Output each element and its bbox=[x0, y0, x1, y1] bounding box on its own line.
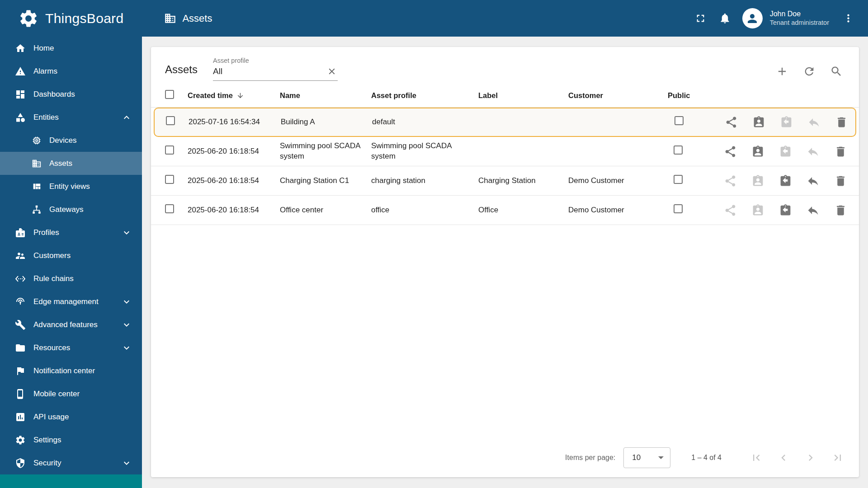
more-menu-button[interactable] bbox=[837, 8, 859, 29]
thingsboard-gear-logo-icon bbox=[18, 8, 39, 29]
card-title: Assets bbox=[165, 57, 198, 76]
public-checkbox[interactable] bbox=[675, 116, 684, 125]
filter-value[interactable]: All bbox=[213, 66, 222, 76]
make-private-button[interactable] bbox=[807, 174, 820, 188]
sidebar-item-security[interactable]: Security bbox=[0, 451, 142, 474]
sidebar-item-alarms[interactable]: Alarms bbox=[0, 60, 142, 83]
user-avatar[interactable] bbox=[742, 8, 763, 28]
delete-asset-button[interactable] bbox=[834, 174, 847, 188]
sidebar-item-label: Mobile center bbox=[33, 389, 80, 399]
trash-icon bbox=[834, 174, 847, 188]
search-button[interactable] bbox=[826, 61, 847, 82]
app-logo[interactable]: ThingsBoard bbox=[18, 8, 123, 29]
sidebar-item-edge-management[interactable]: Edge management bbox=[0, 290, 142, 313]
assign-to-customer-button bbox=[751, 204, 764, 217]
table-row[interactable]: 2025-06-20 16:18:54 Office center office… bbox=[151, 196, 859, 225]
sidebar-item-gateways[interactable]: Gateways bbox=[0, 198, 142, 221]
dashboards-icon bbox=[15, 89, 26, 100]
delete-asset-button[interactable] bbox=[834, 204, 847, 217]
column-name[interactable]: Name bbox=[280, 90, 371, 100]
delete-asset-button[interactable] bbox=[835, 116, 848, 129]
row-checkbox[interactable] bbox=[165, 175, 174, 184]
sidebar-item-label: Assets bbox=[49, 159, 72, 168]
gateways-icon bbox=[32, 205, 42, 215]
sidebar-item-label: Home bbox=[33, 44, 54, 53]
row-checkbox[interactable] bbox=[165, 145, 174, 155]
make-private-button[interactable] bbox=[807, 204, 820, 217]
sidebar-item-rule-chains[interactable]: Rule chains bbox=[0, 267, 142, 290]
delete-asset-button[interactable] bbox=[834, 145, 847, 158]
assignment-return-icon bbox=[780, 116, 793, 129]
user-role: Tenant administrator bbox=[770, 19, 829, 27]
make-public-button[interactable] bbox=[725, 116, 738, 129]
app-name: ThingsBoard bbox=[45, 11, 123, 26]
row-checkbox[interactable] bbox=[165, 204, 174, 213]
sidebar-item-assets[interactable]: Assets bbox=[0, 152, 142, 175]
assign-customer-icon bbox=[751, 174, 764, 188]
column-created-time[interactable]: Created time bbox=[188, 90, 280, 100]
column-asset-profile[interactable]: Asset profile bbox=[371, 90, 478, 100]
sidebar-item-mobile-center[interactable]: Mobile center bbox=[0, 382, 142, 405]
undo-arrow-icon bbox=[807, 116, 821, 129]
make-public-button bbox=[724, 174, 737, 188]
sidebar-item-label: Entities bbox=[33, 113, 59, 122]
unassign-from-customer-button[interactable] bbox=[779, 174, 792, 188]
fullscreen-button[interactable] bbox=[690, 8, 712, 29]
cell-name: Building A bbox=[281, 117, 372, 127]
sidebar-item-dashboards[interactable]: Dashboards bbox=[0, 83, 142, 106]
column-label: Created time bbox=[188, 90, 233, 100]
sidebar-item-entity-views[interactable]: Entity views bbox=[0, 175, 142, 198]
paginator: Items per page: 10 1 – 4 of 4 bbox=[151, 438, 859, 477]
select-all-checkbox[interactable] bbox=[165, 90, 174, 99]
page-size-select[interactable]: 10 bbox=[623, 447, 670, 468]
column-customer[interactable]: Customer bbox=[568, 90, 668, 100]
asset-profile-filter[interactable]: Asset profile All bbox=[213, 57, 338, 81]
sidebar-item-notification-center[interactable]: Notification center bbox=[0, 359, 142, 382]
sidebar-item-entities[interactable]: Entities bbox=[0, 106, 142, 129]
share-icon bbox=[724, 204, 737, 217]
notifications-button[interactable] bbox=[714, 8, 736, 29]
sidebar-item-label: Dashboards bbox=[33, 90, 75, 99]
sidebar-item-profiles[interactable]: Profiles bbox=[0, 221, 142, 244]
api-usage-icon bbox=[15, 412, 26, 422]
table-row[interactable]: 2025-07-16 16:54:34 Building A default bbox=[154, 108, 856, 137]
sidebar-item-devices[interactable]: Devices bbox=[0, 129, 142, 152]
refresh-button[interactable] bbox=[798, 61, 820, 82]
unassign-from-customer-button[interactable] bbox=[779, 204, 792, 217]
home-icon bbox=[15, 43, 26, 54]
row-checkbox[interactable] bbox=[166, 116, 175, 125]
assign-to-customer-button[interactable] bbox=[752, 116, 765, 129]
chevron-down-icon bbox=[121, 319, 132, 330]
public-checkbox[interactable] bbox=[674, 175, 683, 184]
trash-icon bbox=[834, 204, 847, 217]
add-asset-button[interactable] bbox=[771, 61, 793, 82]
sidebar-item-advanced-features[interactable]: Advanced features bbox=[0, 313, 142, 336]
mobile-center-icon bbox=[15, 389, 26, 399]
table-row[interactable]: 2025-06-20 16:18:54 Swimming pool SCADA … bbox=[151, 137, 859, 166]
sidebar-item-home[interactable]: Home bbox=[0, 37, 142, 60]
sidebar-item-api-usage[interactable]: API usage bbox=[0, 405, 142, 428]
public-checkbox[interactable] bbox=[674, 145, 683, 155]
first-page-button bbox=[747, 448, 766, 467]
more-vert-icon bbox=[842, 12, 854, 24]
sidebar-item-label: Edge management bbox=[33, 297, 99, 306]
unassign-from-customer-button bbox=[779, 145, 792, 158]
sidebar-item-settings[interactable]: Settings bbox=[0, 428, 142, 451]
entity-views-icon bbox=[32, 182, 42, 192]
chevron-left-icon bbox=[777, 451, 790, 464]
clear-filter-icon[interactable] bbox=[327, 66, 337, 76]
rule-chains-icon bbox=[15, 273, 26, 284]
assign-to-customer-button[interactable] bbox=[751, 145, 764, 158]
sort-descending-icon bbox=[236, 92, 244, 99]
assets-card: Assets Asset profile All Created time Na… bbox=[151, 47, 859, 477]
public-checkbox[interactable] bbox=[674, 204, 683, 213]
settings-gear-icon bbox=[15, 435, 26, 446]
column-label[interactable]: Label bbox=[478, 90, 568, 100]
page-size-value: 10 bbox=[632, 453, 641, 462]
sidebar-item-resources[interactable]: Resources bbox=[0, 336, 142, 359]
table-row[interactable]: 2025-06-20 16:18:54 Charging Station C1 … bbox=[151, 166, 859, 196]
make-public-button[interactable] bbox=[724, 145, 737, 158]
first-page-icon bbox=[750, 451, 763, 464]
sidebar-item-customers[interactable]: Customers bbox=[0, 244, 142, 267]
sidebar-item-label: Profiles bbox=[33, 228, 59, 237]
